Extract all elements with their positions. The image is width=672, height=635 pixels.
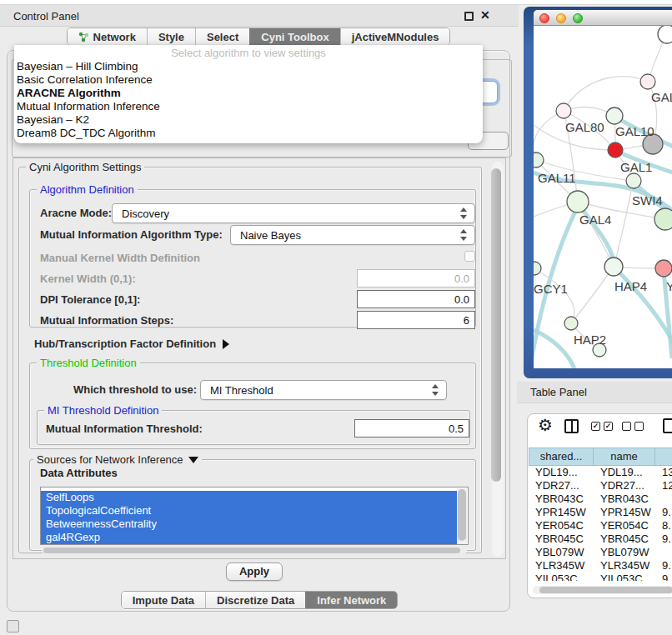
network-window-titlebar[interactable] xyxy=(534,10,672,26)
algorithm-option-aracne-algorithm[interactable]: ARACNE Algorithm xyxy=(14,87,483,100)
table-horizontal-scrollbar-thumb[interactable] xyxy=(539,587,672,593)
mi-steps-label: Mutual Information Steps: xyxy=(40,314,173,327)
mi-threshold-field[interactable] xyxy=(354,419,469,438)
network-node[interactable] xyxy=(640,74,655,89)
attribute-item-gal4rgexp[interactable]: gal4RGexp xyxy=(41,531,458,544)
mi-algorithm-type-value: Naive Bayes xyxy=(240,229,301,242)
settings-gear-icon[interactable]: ⚙ xyxy=(538,415,553,435)
table-row[interactable]: YLR345WYLR345W9. xyxy=(529,559,672,572)
table-row[interactable]: YPR145WYPR145W9. xyxy=(529,506,672,519)
manual-kernel-width-checkbox[interactable] xyxy=(464,251,475,262)
settings-vertical-scrollbar-thumb[interactable] xyxy=(491,168,501,482)
node-label-y: Y xyxy=(666,279,672,293)
aracne-mode-select[interactable]: Discovery xyxy=(112,203,475,223)
network-icon xyxy=(78,32,89,42)
table-cell: YDL19... xyxy=(529,466,594,479)
tab-network[interactable]: Network xyxy=(68,28,147,45)
tab-select[interactable]: Select xyxy=(195,28,249,45)
column-header-clipped[interactable] xyxy=(655,448,672,466)
network-node[interactable] xyxy=(655,260,672,277)
column-header-shared[interactable]: shared... xyxy=(529,448,594,466)
network-node[interactable] xyxy=(556,103,571,118)
dock-mini-button[interactable] xyxy=(7,620,19,632)
network-node[interactable] xyxy=(567,191,589,212)
apply-button[interactable]: Apply xyxy=(226,562,283,581)
network-node[interactable] xyxy=(654,208,672,230)
node-label-gcy1: GCY1 xyxy=(534,282,568,296)
tab-discretize-data[interactable]: Discretize Data xyxy=(205,592,305,608)
network-node[interactable] xyxy=(606,108,623,124)
tab-jactivemnodules[interactable]: jActiveMNodules xyxy=(340,28,450,45)
deselect-all-icon[interactable] xyxy=(622,422,631,431)
network-node[interactable] xyxy=(534,262,541,275)
table-row[interactable]: YIL053CYIL053C9. xyxy=(529,572,672,581)
algorithm-option-mutual-information-inference[interactable]: Mutual Information Inference xyxy=(14,100,483,113)
close-panel-icon[interactable]: ✕ xyxy=(480,8,490,22)
list-vertical-scrollbar-thumb[interactable] xyxy=(458,489,466,541)
table-cell: 9. xyxy=(655,506,672,519)
data-attributes-list[interactable]: SelfLoopsTopologicalCoefficientBetweenne… xyxy=(40,487,469,545)
minimize-traffic-light-icon[interactable] xyxy=(556,13,566,23)
table-row[interactable]: YDR27...YDR27...12 xyxy=(529,479,672,492)
tab-cyni-toolbox[interactable]: Cyni Toolbox xyxy=(249,28,339,45)
deselect-all-icon[interactable] xyxy=(634,422,644,431)
node-label-gal4: GAL4 xyxy=(579,212,611,227)
spinner-arrows-icon xyxy=(460,229,468,241)
table-row[interactable]: YDL19...YDL19...13 xyxy=(529,466,672,479)
table-cell: YIL053C xyxy=(529,572,594,581)
tab-infer-network[interactable]: Infer Network xyxy=(305,592,397,608)
column-layout-icon[interactable] xyxy=(564,419,579,433)
select-all-icon[interactable]: ✓ xyxy=(604,422,613,431)
cyni-algorithm-settings-group: Cyni Algorithm Settings Algorithm Defini… xyxy=(18,167,482,553)
table-cell: YDR27... xyxy=(594,479,655,492)
list-horizontal-scrollbar[interactable] xyxy=(42,547,467,554)
table-row[interactable]: YBR043CYBR043C xyxy=(529,492,672,506)
mi-algorithm-type-select[interactable]: Naive Bayes xyxy=(230,225,475,245)
network-node[interactable] xyxy=(626,173,641,188)
list-vertical-scrollbar[interactable] xyxy=(457,488,467,545)
algorithm-definition-title: Algorithm Definition xyxy=(37,183,138,196)
table-cell: YPR145W xyxy=(529,506,594,519)
table-row[interactable]: YBL079WYBL079W xyxy=(529,546,672,559)
zoom-traffic-light-icon[interactable] xyxy=(573,13,583,23)
network-node[interactable] xyxy=(534,152,544,168)
dpi-tolerance-field[interactable] xyxy=(357,290,475,308)
tab-label: Style xyxy=(158,31,184,43)
settings-vertical-scrollbar[interactable] xyxy=(492,162,504,557)
table-panel-header: Table Panel xyxy=(517,382,672,403)
tab-impute-data[interactable]: Impute Data xyxy=(122,592,205,608)
aracne-mode-label: Aracne Mode: xyxy=(40,207,112,219)
network-window-frame[interactable]: GALGAL80GAL10GAL1GAL11SWI4GAL4GCY1HAP4YH… xyxy=(524,7,672,378)
mi-steps-field[interactable] xyxy=(357,311,475,329)
table-row[interactable]: YBR045CYBR045C9. xyxy=(529,532,672,546)
algorithm-option-bayesian-k2[interactable]: Bayesian – K2 xyxy=(14,113,483,127)
tab-style[interactable]: Style xyxy=(147,28,195,45)
column-header-name[interactable]: name xyxy=(594,448,655,466)
settings-scrollpane: Cyni Algorithm Settings Algorithm Defini… xyxy=(13,158,506,559)
list-horizontal-scrollbar-thumb[interactable] xyxy=(43,548,460,553)
network-node[interactable] xyxy=(658,26,672,43)
kernel-width-field[interactable] xyxy=(357,269,475,288)
which-threshold-select[interactable]: MI Threshold xyxy=(200,380,447,400)
algorithm-option-bayesian-hill-climbing[interactable]: Bayesian – Hill Climbing xyxy=(14,60,483,73)
attribute-item-selfloops[interactable]: SelfLoops xyxy=(41,491,458,504)
node-label-gal: GAL xyxy=(651,90,672,104)
hub-definition-toggle[interactable]: Hub/Transcription Factor Definition xyxy=(34,338,229,350)
select-all-icon[interactable]: ✓ xyxy=(591,422,600,431)
network-canvas[interactable]: GALGAL80GAL10GAL1GAL11SWI4GAL4GCY1HAP4YH… xyxy=(534,26,672,368)
table-icon[interactable] xyxy=(663,418,672,433)
close-traffic-light-icon[interactable] xyxy=(539,13,549,23)
float-panel-icon[interactable] xyxy=(464,12,474,21)
network-node[interactable] xyxy=(608,142,623,158)
table-row[interactable]: YER054CYER054C8. xyxy=(529,519,672,532)
attribute-item-topologicalcoefficient[interactable]: TopologicalCoefficient xyxy=(41,504,458,518)
threshold-definition-group: Threshold Definition Which threshold to … xyxy=(29,362,476,449)
network-node[interactable] xyxy=(604,258,623,276)
node-label-hap2: HAP2 xyxy=(574,332,606,347)
table-horizontal-scrollbar[interactable] xyxy=(533,586,672,594)
algorithm-option-basic-correlation-inference[interactable]: Basic Correlation Inference xyxy=(14,73,483,87)
sources-group-toggle[interactable]: Sources for Network Inference xyxy=(33,453,202,466)
attribute-item-betweennesscentrality[interactable]: BetweennessCentrality xyxy=(41,518,458,531)
algorithm-option-dream8-dc-tdc-algorithm[interactable]: Dream8 DC_TDC Algorithm xyxy=(14,127,483,140)
network-node[interactable] xyxy=(564,317,578,330)
